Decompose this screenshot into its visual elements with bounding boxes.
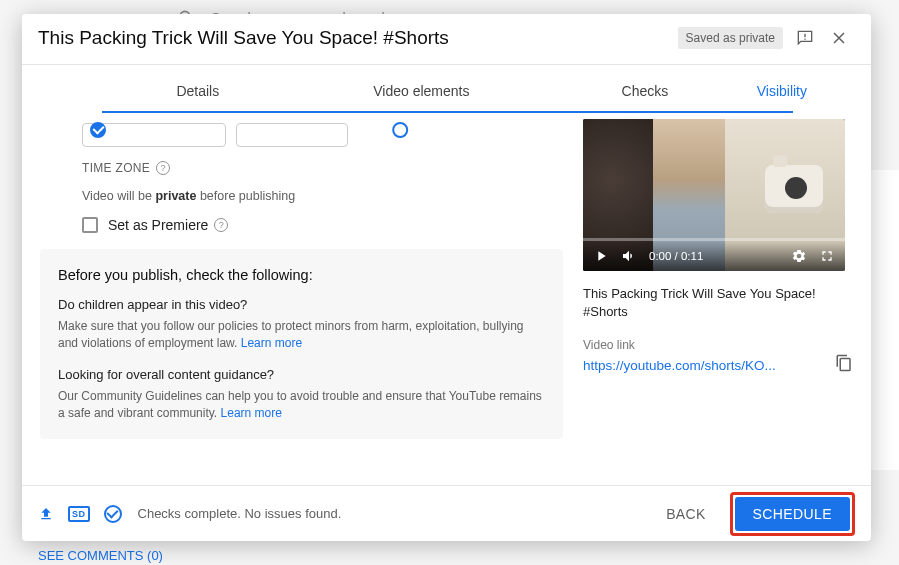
- step-visibility[interactable]: Visibility: [757, 83, 807, 107]
- step-video-elements[interactable]: Video elements: [310, 83, 534, 107]
- info-q-guidelines: Looking for overall content guidance?: [58, 367, 545, 382]
- info-heading: Before you publish, check the following:: [58, 267, 545, 283]
- schedule-highlight: SCHEDULE: [730, 492, 855, 536]
- left-column: TIME ZONE ? Video will be private before…: [40, 117, 563, 479]
- time-input[interactable]: [236, 123, 348, 147]
- help-icon[interactable]: ?: [156, 161, 170, 175]
- premiere-row: Set as Premiere ?: [82, 217, 553, 233]
- see-comments-link[interactable]: SEE COMMENTS (0): [38, 548, 163, 563]
- dialog-title: This Packing Trick Will Save You Space! …: [38, 27, 668, 49]
- back-button[interactable]: BACK: [654, 498, 717, 530]
- close-icon[interactable]: [827, 26, 851, 50]
- step-details[interactable]: Details: [86, 83, 310, 107]
- prepublish-info-box: Before you publish, check the following:…: [40, 249, 563, 439]
- stepper-line: [102, 111, 793, 113]
- privacy-note: Video will be private before publishing: [82, 189, 553, 203]
- learn-more-link[interactable]: Learn more: [221, 406, 282, 420]
- fullscreen-icon[interactable]: [819, 248, 835, 264]
- dialog-footer: SD Checks complete. No issues found. BAC…: [22, 485, 871, 541]
- settings-icon[interactable]: [791, 248, 807, 264]
- play-icon[interactable]: [593, 248, 609, 264]
- camera-graphic: [765, 165, 823, 213]
- video-time: 0:00 / 0:11: [649, 250, 779, 262]
- feedback-icon[interactable]: [793, 26, 817, 50]
- help-icon[interactable]: ?: [214, 218, 228, 232]
- learn-more-link[interactable]: Learn more: [241, 336, 302, 350]
- step-dot-icon: [393, 122, 409, 138]
- video-controls: 0:00 / 0:11: [583, 241, 845, 271]
- info-p-guidelines: Our Community Guidelines can help you to…: [58, 388, 545, 423]
- dialog-header: This Packing Trick Will Save You Space! …: [22, 14, 871, 65]
- step-dot-check-icon: [90, 122, 106, 138]
- video-link[interactable]: https://youtube.com/shorts/KO...: [583, 358, 825, 373]
- video-link-label: Video link: [583, 338, 853, 352]
- preview-title: This Packing Trick Will Save You Space! …: [583, 285, 853, 320]
- premiere-checkbox[interactable]: [82, 217, 98, 233]
- video-preview[interactable]: 0:00 / 0:11: [583, 119, 845, 271]
- svg-point-1: [804, 39, 806, 41]
- sd-badge: SD: [68, 506, 90, 522]
- check-complete-icon: [104, 505, 122, 523]
- premiere-label: Set as Premiere ?: [108, 217, 228, 233]
- upload-icon: [38, 506, 54, 522]
- dialog-body: TIME ZONE ? Video will be private before…: [22, 117, 871, 485]
- step-checks[interactable]: Checks: [533, 83, 757, 107]
- background-right-panel: [869, 170, 899, 470]
- schedule-field-row: [82, 123, 553, 147]
- upload-dialog: This Packing Trick Will Save You Space! …: [22, 14, 871, 541]
- schedule-button[interactable]: SCHEDULE: [735, 497, 850, 531]
- stepper: Details Video elements Checks Visibility: [22, 65, 871, 117]
- timezone-label: TIME ZONE ?: [82, 161, 553, 175]
- save-status-badge: Saved as private: [678, 27, 783, 49]
- info-p-children: Make sure that you follow our policies t…: [58, 318, 545, 353]
- footer-status-icons: SD: [38, 505, 122, 523]
- copy-link-button[interactable]: [835, 354, 853, 376]
- right-column: 0:00 / 0:11 This Packing Trick Will Save…: [583, 117, 853, 479]
- checks-status-text: Checks complete. No issues found.: [138, 506, 643, 521]
- volume-icon[interactable]: [621, 248, 637, 264]
- info-q-children: Do children appear in this video?: [58, 297, 545, 312]
